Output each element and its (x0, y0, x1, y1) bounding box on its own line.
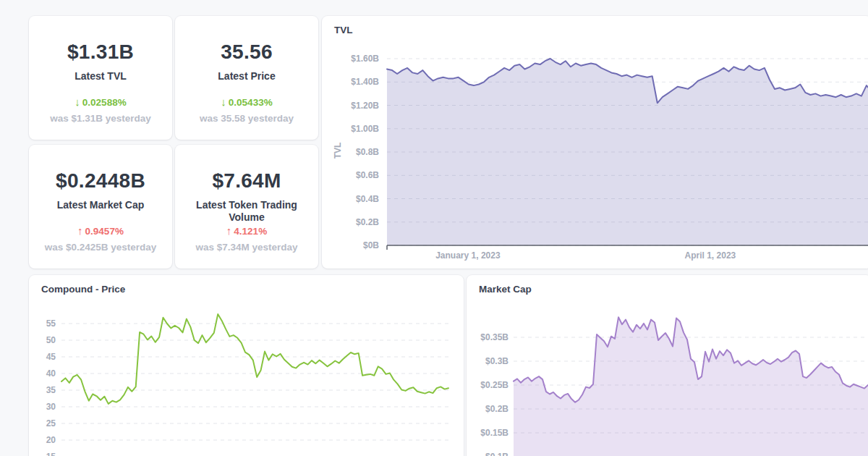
y-axis-tick-labels: $1.60B$1.40B$1.20B$1.00B$0.8B$0.6B$0.4B$… (351, 54, 379, 250)
y-tick-label: 45 (46, 352, 56, 362)
y-tick-label: $0.2B (356, 217, 379, 227)
price-chart-canvas[interactable]: 555045403530252015 (29, 275, 464, 456)
y-axis-title: TVL (333, 143, 343, 159)
tvl-value: $1.31B (67, 41, 134, 64)
price-value: 35.56 (221, 41, 273, 64)
dashboard-page: { "cards": [ { "value": "$1.31B", "label… (0, 0, 868, 456)
y-tick-label: $0B (363, 240, 379, 250)
y-tick-label: $0.8B (356, 147, 379, 157)
y-tick-label: $0.25B (480, 380, 509, 390)
tvl-stat-card: $1.31B Latest TVL ↓0.02588% was $1.31B y… (29, 16, 172, 140)
y-tick-label: 15 (46, 452, 56, 456)
y-tick-label: $0.35B (480, 332, 509, 342)
y-tick-label: 25 (46, 418, 56, 428)
price-chart-panel: Compound - Price 555045403530252015 (29, 275, 464, 456)
y-tick-label: $1.60B (351, 54, 379, 64)
tvl-chart-title: TVL (334, 25, 353, 35)
volume-value: $7.64M (212, 169, 281, 193)
area-fill (514, 317, 868, 456)
tvl-change: ↓0.02588% (75, 96, 126, 108)
y-axis-tick-labels: $0.35B$0.3B$0.25B$0.2B$0.15B$0.1B (480, 332, 509, 456)
x-tick-label: January 1, 2023 (435, 250, 501, 261)
y-tick-label: $0.1B (485, 452, 509, 456)
y-tick-label: $1.40B (351, 77, 379, 87)
up-arrow-icon: ↑ (77, 224, 83, 237)
down-arrow-icon: ↓ (221, 96, 226, 108)
market-cap-chart-panel: Market Cap $0.35B$0.3B$0.25B$0.2B$0.15B$… (467, 275, 868, 456)
market-cap-change-percent: 0.9457% (85, 226, 124, 237)
market-cap-chart-canvas[interactable]: $0.35B$0.3B$0.25B$0.2B$0.15B$0.1B (467, 275, 868, 456)
y-tick-label: 55 (46, 318, 56, 329)
market-cap-value: $0.2448B (56, 169, 145, 193)
up-arrow-icon: ↑ (226, 224, 232, 237)
y-tick-label: 35 (46, 385, 56, 395)
market-cap-chart-title: Market Cap (479, 284, 532, 295)
tvl-previous: was $1.31B yesterday (50, 113, 151, 124)
volume-previous: was $7.34M yesterday (195, 242, 297, 253)
market-cap-previous: was $0.2425B yesterday (45, 242, 157, 253)
y-tick-label: $0.4B (356, 194, 379, 204)
price-label: Latest Price (218, 70, 275, 83)
y-tick-label: $0.6B (356, 170, 379, 180)
y-tick-label: $0.3B (485, 356, 509, 366)
y-tick-label: $0.2B (485, 404, 509, 414)
y-tick-label: 30 (46, 402, 56, 412)
tvl-change-percent: 0.02588% (82, 97, 127, 108)
price-previous: was 35.58 yesterday (200, 113, 294, 124)
volume-change-percent: 4.121% (234, 226, 267, 237)
tvl-label: Latest TVL (75, 70, 127, 83)
gridlines (61, 324, 448, 456)
y-tick-label: $0.15B (480, 428, 509, 438)
volume-stat-card: $7.64M Latest Token Trading Volume ↑4.12… (175, 145, 318, 269)
y-tick-label: $1.00B (351, 124, 379, 134)
volume-label: Latest Token Trading Volume (184, 199, 309, 224)
market-cap-change: ↑0.9457% (77, 224, 124, 237)
market-cap-label: Latest Market Cap (57, 199, 145, 211)
tvl-chart-canvas[interactable]: $1.60B$1.40B$1.20B$1.00B$0.8B$0.6B$0.4B$… (322, 16, 868, 269)
down-arrow-icon: ↓ (75, 96, 80, 108)
price-change: ↓0.05433% (221, 96, 272, 108)
y-tick-label: 20 (46, 435, 56, 445)
y-axis-tick-labels: 555045403530252015 (46, 318, 56, 456)
y-tick-label: 50 (46, 335, 56, 345)
volume-change: ↑4.121% (226, 224, 267, 237)
price-change-percent: 0.05433% (229, 97, 273, 108)
y-tick-label: $1.20B (351, 101, 379, 111)
price-chart-title: Compound - Price (41, 284, 125, 295)
market-cap-stat-card: $0.2448B Latest Market Cap ↑0.9457% was … (29, 145, 172, 269)
x-tick-label: April 1, 2023 (685, 250, 736, 261)
y-tick-label: 40 (46, 368, 56, 379)
tvl-chart-panel: TVL $1.60B$1.40B$1.20B$1.00B$0.8B$0.6B$0… (322, 16, 868, 269)
price-stat-card: 35.56 Latest Price ↓0.05433% was 35.58 y… (175, 16, 318, 140)
